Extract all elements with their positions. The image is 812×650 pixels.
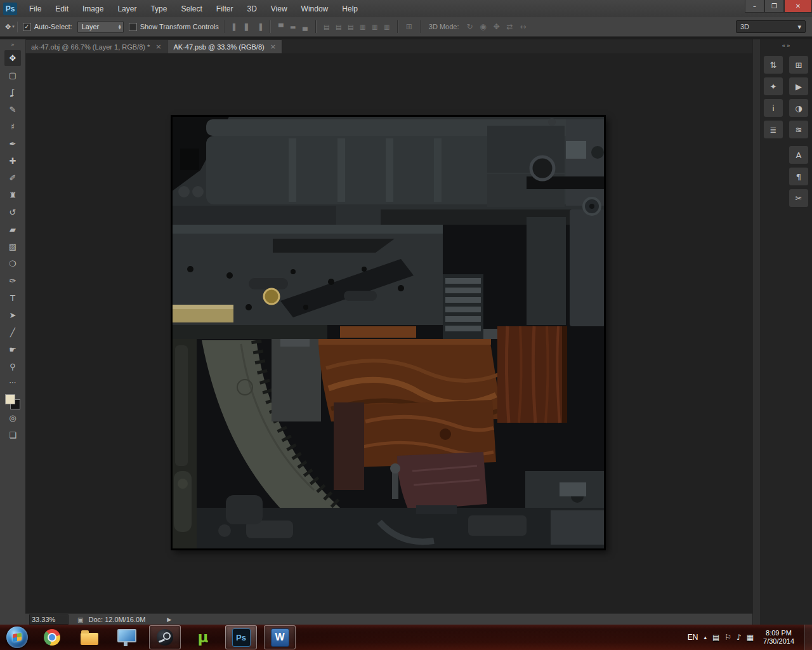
chrome-taskbar-button[interactable] [37,626,67,649]
show-desktop-button[interactable] [804,625,812,650]
show-transform-option[interactable]: Show Transform Controls [129,23,219,31]
word-taskbar-button[interactable]: W [264,625,296,649]
auto-align-icon[interactable]: ⊞ [403,21,415,32]
align-icon-2[interactable]: ▋ [242,22,252,32]
document-image[interactable] [171,116,605,550]
distribute-icon-4[interactable]: ▥ [358,22,368,32]
align-icon-2[interactable]: ▬ [288,22,298,32]
language-indicator[interactable]: EN [688,633,698,642]
utorrent-taskbar-button[interactable]: µ [188,626,218,649]
close-button[interactable]: ✕ [784,0,812,13]
3d-scale-icon[interactable]: ↔ [517,21,528,32]
start-button[interactable] [6,627,28,648]
menu-help[interactable]: Help [335,1,365,17]
status-menu-arrow[interactable]: ▶ [167,616,171,623]
panel-icon-swatches[interactable]: ⊞ [789,56,808,74]
foreground-color-swatch[interactable] [5,394,15,404]
distribute-icon-5[interactable]: ▥ [370,22,380,32]
screen-mode-button[interactable]: ❏ [4,427,21,443]
restore-button[interactable]: ❐ [764,0,784,13]
tab-close-icon[interactable]: × [155,43,161,51]
zoom-level-field[interactable]: 33.33% [29,614,69,625]
steam-taskbar-button[interactable] [149,625,181,649]
menu-type[interactable]: Type [143,1,174,17]
clone-stamp-tool[interactable]: ♜ [4,187,21,203]
clock[interactable]: 8:09 PM 7/30/2014 [763,629,794,646]
panel-icon-paragraph[interactable]: ¶ [789,168,808,185]
show-transform-checkbox[interactable] [129,23,137,31]
stepper-icon: ▲▼ [119,24,121,29]
distribute-icon-2[interactable]: ▤ [334,22,344,32]
auto-select-option[interactable]: ✓ Auto-Select: [23,23,72,31]
brush-tool[interactable]: ✐ [4,170,21,186]
expand-panels-button[interactable]: « » [775,41,797,50]
menu-3d[interactable]: 3D [240,1,263,17]
explorer-taskbar-button[interactable] [74,626,105,649]
healing-brush-tool[interactable]: ✚ [4,153,21,169]
document-tab-1[interactable]: ak-47.obj @ 66.7% (Layer 1, RGB/8) *× [25,40,167,53]
computer-taskbar-button[interactable] [112,626,142,649]
menu-layer[interactable]: Layer [110,1,143,17]
panel-icon-info[interactable]: i [764,99,783,117]
tray-volume-icon[interactable]: ♪ [737,633,742,642]
panel-icon-styles[interactable]: ≋ [789,121,808,138]
panel-icon-character[interactable]: A [789,146,808,164]
tray-input-icon[interactable]: ▤ [712,633,719,642]
menu-select[interactable]: Select [174,1,209,17]
line-tool[interactable]: ╱ [4,324,21,340]
tray-action-center-icon[interactable]: ⚐ [724,633,731,642]
eyedropper-tool[interactable]: ✒ [4,136,21,152]
zoom-tool[interactable]: ⚲ [4,359,21,375]
menu-window[interactable]: Window [294,1,336,17]
minimize-button[interactable]: – [745,0,764,13]
type-tool[interactable]: T [4,290,21,306]
menu-filter[interactable]: Filter [209,1,240,17]
menu-edit[interactable]: Edit [48,1,75,17]
auto-select-checkbox[interactable]: ✓ [23,23,31,31]
align-icon-1[interactable]: ▀ [276,22,286,32]
distribute-icon-6[interactable]: ▥ [382,22,392,32]
panel-icon-histogram[interactable]: ≣ [764,121,783,138]
auto-select-target-dropdown[interactable]: Layer ▲▼ [77,21,124,33]
quick-selection-tool[interactable]: ✎ [4,102,21,117]
tray-network-icon[interactable]: ▦ [747,633,754,642]
tab-close-icon[interactable]: × [270,43,276,51]
lasso-tool[interactable]: ʆ [4,84,21,100]
panel-icon-adjustments[interactable]: ◑ [789,99,808,117]
distribute-icon-3[interactable]: ▤ [346,22,356,32]
document-tab-2[interactable]: AK-47.psb @ 33.3% (RGB/8)× [167,40,282,53]
move-tool[interactable]: ✥ [4,50,21,66]
quick-mask-button[interactable]: ◎ [4,410,21,426]
3d-pan-icon[interactable]: ✥ [490,21,502,32]
path-selection-tool[interactable]: ➤ [4,307,21,323]
tray-overflow-arrow[interactable]: ▴ [704,634,707,640]
blur-tool[interactable]: ❍ [4,256,21,272]
tool-preset-button[interactable]: ✥ ▾ [3,22,18,32]
3d-rotate-icon[interactable]: ↻ [464,21,475,32]
rectangular-marquee-tool[interactable]: ▢ [4,67,21,83]
align-icon-3[interactable]: ▄ [300,22,310,32]
panel-icon-actions[interactable]: ▶ [789,77,808,95]
menu-view[interactable]: View [264,1,294,17]
panel-icon-clone-source[interactable]: ✂ [789,189,808,207]
pen-tool[interactable]: ✑ [4,273,21,289]
hand-tool[interactable]: ☛ [4,342,21,357]
distribute-icon-1[interactable]: ▤ [322,22,332,32]
history-brush-tool[interactable]: ↺ [4,204,21,220]
panel-icon-timeline[interactable]: ⇅ [764,56,783,74]
edit-toolbar-icon[interactable]: ⋯ [4,376,21,388]
menu-file[interactable]: File [22,1,48,17]
align-icon-1[interactable]: ▌ [230,22,240,32]
menu-image[interactable]: Image [75,1,110,17]
eraser-tool[interactable]: ▰ [4,222,21,237]
panel-icon-3d[interactable]: ✦ [764,77,783,95]
photoshop-taskbar-button[interactable]: Ps [225,625,257,649]
collapse-tools-button[interactable]: » [0,39,25,50]
align-icon-3[interactable]: ▐ [254,22,265,32]
3d-slide-icon[interactable]: ⇄ [504,21,515,32]
photoshop-logo-icon[interactable]: Ps [3,3,17,15]
3d-roll-icon[interactable]: ◉ [477,21,488,32]
crop-tool[interactable]: ♯ [4,119,21,135]
gradient-tool[interactable]: ▨ [4,239,21,255]
workspace-switcher[interactable]: 3D ▾ [736,20,806,33]
